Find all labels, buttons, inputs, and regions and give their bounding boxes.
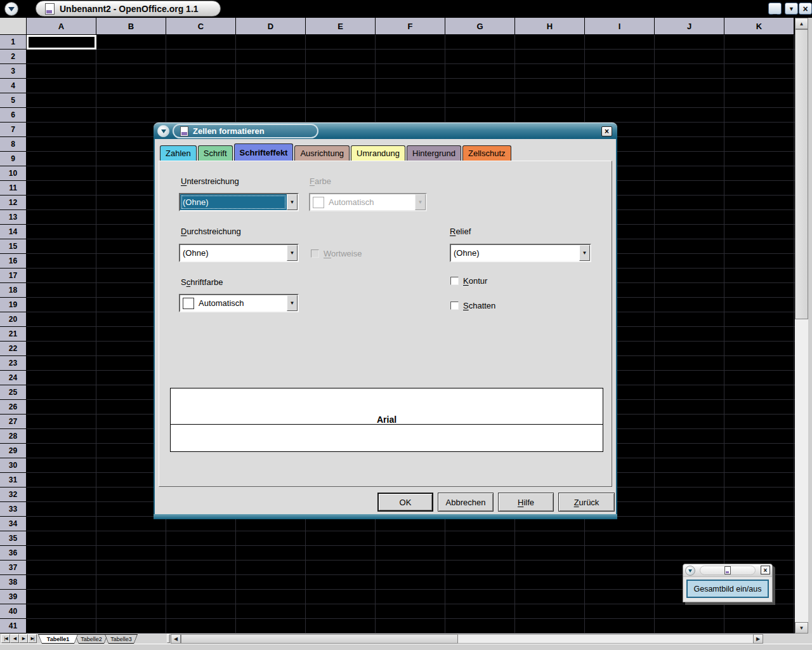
underline-combobox[interactable]: (Ohne) ▼: [179, 193, 299, 211]
sheet-last-button[interactable]: ▶|: [28, 634, 37, 643]
row-header[interactable]: 21: [0, 327, 27, 342]
dialog-tab[interactable]: Ausrichtung: [294, 145, 350, 161]
row-header[interactable]: 31: [0, 473, 27, 488]
strikethrough-combobox[interactable]: (Ohne) ▼: [179, 244, 299, 262]
dialog-tab[interactable]: Hintergrund: [407, 145, 461, 161]
close-button[interactable]: ×: [799, 3, 812, 15]
relief-combobox[interactable]: (Ohne) ▼: [450, 244, 591, 262]
row-header[interactable]: 29: [0, 444, 27, 458]
sheet-tab[interactable]: Tabelle2: [75, 634, 108, 644]
float-window-titlebar[interactable]: ×: [683, 564, 772, 577]
underline-dropdown-button[interactable]: ▼: [287, 194, 298, 210]
shadow-checkbox-row[interactable]: Schatten: [450, 301, 495, 310]
column-header[interactable]: I: [585, 18, 655, 35]
row-header[interactable]: 5: [0, 93, 27, 108]
sheet-first-button[interactable]: |◀: [1, 634, 10, 643]
row-header[interactable]: 39: [0, 590, 27, 604]
window-menu-button[interactable]: [4, 2, 18, 16]
row-header[interactable]: 14: [0, 225, 27, 239]
row-header[interactable]: 7: [0, 123, 27, 137]
dialog-tab[interactable]: Schrift: [198, 145, 233, 161]
row-header[interactable]: 32: [0, 488, 27, 502]
row-header[interactable]: 26: [0, 400, 27, 415]
row-header[interactable]: 23: [0, 356, 27, 371]
scroll-left-button[interactable]: ◀: [171, 634, 181, 644]
row-header[interactable]: 8: [0, 137, 27, 152]
row-header[interactable]: 15: [0, 239, 27, 254]
window-titlebar[interactable]: Unbenannt2 - OpenOffice.org 1.1 _ ▼ ×: [0, 0, 812, 18]
sheet-next-button[interactable]: ▶: [19, 634, 28, 643]
row-header[interactable]: 27: [0, 415, 27, 429]
dialog-tab[interactable]: Schrifteffekt: [234, 143, 294, 161]
shadow-checkbox[interactable]: [450, 302, 459, 310]
row-header[interactable]: 10: [0, 166, 27, 181]
row-header[interactable]: 11: [0, 181, 27, 196]
dialog-titlebar[interactable]: Zellen formatieren ×: [154, 123, 617, 139]
row-header[interactable]: 9: [0, 152, 27, 166]
sheet-tab[interactable]: Tabelle3: [105, 634, 138, 644]
column-header[interactable]: E: [306, 18, 376, 35]
dialog-menu-button[interactable]: [157, 125, 169, 137]
row-header[interactable]: 34: [0, 517, 27, 531]
relief-dropdown-button[interactable]: ▼: [579, 245, 590, 261]
row-header[interactable]: 2: [0, 50, 27, 64]
column-header[interactable]: D: [236, 18, 306, 35]
scroll-down-button[interactable]: ▼: [795, 622, 808, 633]
column-header[interactable]: J: [655, 18, 724, 35]
float-window-close-button[interactable]: ×: [761, 566, 770, 574]
row-header[interactable]: 36: [0, 546, 27, 560]
column-header[interactable]: G: [445, 18, 515, 35]
row-header[interactable]: 22: [0, 342, 27, 356]
back-button[interactable]: Zurück: [558, 493, 615, 512]
font-color-combobox[interactable]: Automatisch ▼: [179, 294, 299, 312]
minimize-button[interactable]: _: [768, 3, 782, 15]
select-all-corner[interactable]: [0, 18, 27, 35]
column-header[interactable]: F: [376, 18, 445, 35]
float-window-menu-button[interactable]: [685, 566, 695, 576]
sheet-prev-button[interactable]: ◀: [10, 634, 19, 643]
vertical-scrollbar-thumb[interactable]: [795, 29, 808, 319]
overview-toggle-button[interactable]: Gesamtbild ein/aus: [686, 580, 769, 598]
row-header[interactable]: 40: [0, 604, 27, 619]
row-header[interactable]: 25: [0, 385, 27, 400]
outline-checkbox[interactable]: [450, 277, 459, 285]
scroll-up-button[interactable]: ▲: [795, 18, 808, 29]
dialog-close-button[interactable]: ×: [601, 126, 612, 136]
tab-scrollbar-splitter[interactable]: [167, 634, 170, 643]
row-header[interactable]: 19: [0, 298, 27, 312]
sheet-tab[interactable]: Tabelle1: [38, 634, 78, 644]
row-header[interactable]: 4: [0, 79, 27, 93]
column-header[interactable]: C: [166, 18, 236, 35]
dialog-tab[interactable]: Zellschutz: [462, 145, 511, 161]
row-header[interactable]: 41: [0, 619, 27, 633]
row-header[interactable]: 20: [0, 312, 27, 327]
row-header[interactable]: 18: [0, 283, 27, 298]
row-header[interactable]: 38: [0, 575, 27, 590]
row-header[interactable]: 6: [0, 108, 27, 123]
shade-button[interactable]: ▼: [785, 3, 798, 15]
ok-button[interactable]: OK: [377, 493, 433, 512]
row-header[interactable]: 35: [0, 531, 27, 546]
column-header[interactable]: A: [27, 18, 96, 35]
scroll-right-button[interactable]: ▶: [753, 634, 763, 644]
row-header[interactable]: 13: [0, 210, 27, 225]
help-button[interactable]: Hilfe: [498, 493, 554, 512]
row-header[interactable]: 28: [0, 429, 27, 444]
font-color-dropdown-button[interactable]: ▼: [287, 295, 298, 311]
row-header[interactable]: 24: [0, 371, 27, 385]
outline-checkbox-row[interactable]: Kontur: [450, 276, 487, 286]
row-header[interactable]: 33: [0, 502, 27, 517]
row-header[interactable]: 12: [0, 196, 27, 210]
row-header[interactable]: 16: [0, 254, 27, 269]
cancel-button[interactable]: Abbrechen: [438, 493, 494, 512]
strikethrough-dropdown-button[interactable]: ▼: [287, 245, 298, 261]
row-header[interactable]: 3: [0, 64, 27, 79]
row-header[interactable]: 17: [0, 269, 27, 283]
column-header[interactable]: B: [96, 18, 166, 35]
dialog-tab[interactable]: Zahlen: [160, 145, 197, 161]
dialog-tab[interactable]: Umrandung: [351, 145, 405, 161]
row-header[interactable]: 37: [0, 560, 27, 575]
column-header[interactable]: K: [724, 18, 794, 35]
selected-cell[interactable]: [27, 35, 96, 50]
row-header[interactable]: 1: [0, 35, 27, 50]
